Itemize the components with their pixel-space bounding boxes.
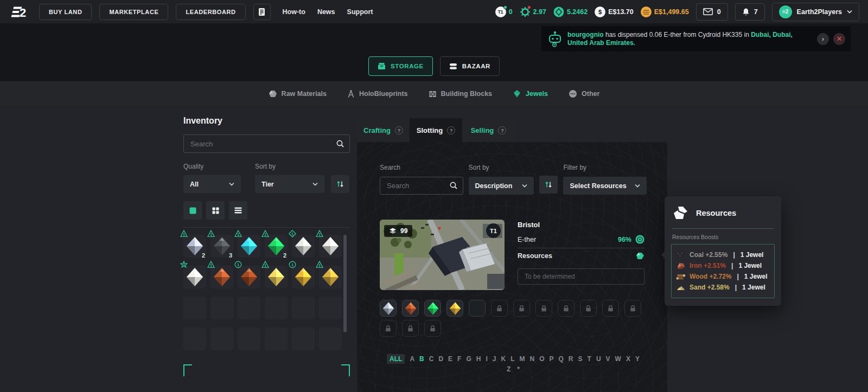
alphabet-filter-o[interactable]: O [539, 355, 544, 363]
inventory-jewel-cell[interactable]: 1 [319, 235, 342, 258]
resources-gem-icon[interactable] [636, 252, 644, 260]
tab-crafting[interactable]: Crafting? [357, 118, 410, 142]
tab-slotting[interactable]: Slotting? [410, 118, 462, 142]
bazaar-tab[interactable]: BAZAAR [440, 56, 500, 76]
alphabet-filter-g[interactable]: G [466, 355, 471, 363]
messages-button[interactable]: 0 [696, 3, 728, 21]
changelog-button[interactable] [253, 4, 271, 20]
category-tab-other[interactable]: Other [569, 89, 599, 98]
inventory-jewel-cell[interactable]: 1 [238, 266, 260, 288]
view-list-button[interactable] [229, 201, 247, 220]
workbench-panel: Crafting? Slotting? Selling? Search Sort… [357, 118, 667, 392]
inventory-jewel-cell[interactable]: 1 [265, 266, 288, 288]
inventory-jewel-cell[interactable]: 1 [292, 235, 315, 258]
view-grid-button[interactable] [206, 201, 225, 220]
alphabet-filter-r[interactable]: R [569, 355, 573, 363]
storage-tab[interactable]: STORAGE [368, 56, 433, 76]
category-tab-building-blocks[interactable]: Building Blocks [429, 90, 492, 98]
notification-next-button[interactable]: › [817, 33, 829, 45]
inventory-jewel-cell[interactable]: 1 [210, 266, 233, 288]
alphabet-filter-t[interactable]: T [588, 355, 591, 363]
alphabet-filter-x[interactable]: X [626, 355, 630, 363]
property-satellite-image[interactable]: 99 T1 [380, 220, 505, 290]
marketplace-button[interactable]: MARKETPLACE [99, 4, 168, 20]
boost-row-coal: Coal +2.55%|1 Jewel [676, 249, 770, 260]
resources-filter-dropdown[interactable]: Select Resources [563, 177, 647, 195]
boost-row-iron: Iron +2.51%|1 Jewel [676, 260, 770, 271]
gold-balance[interactable]: E$1,499.65 [641, 7, 689, 17]
alphabet-filter-l[interactable]: L [510, 355, 514, 363]
leaderboard-button[interactable]: LEADERBOARD [176, 4, 245, 20]
alphabet-filter-b[interactable]: B [419, 355, 424, 363]
inventory-jewel-cell[interactable]: 12 [265, 235, 288, 258]
notifications-button[interactable]: 7 [735, 3, 765, 21]
notification-close-button[interactable]: ✕ [833, 33, 845, 45]
ether-balance[interactable]: 5.2462 [553, 7, 588, 17]
alphabet-filter-w[interactable]: W [615, 355, 621, 363]
alphabet-filter-z[interactable]: Z [507, 365, 510, 373]
nav-link-howto[interactable]: How-to [283, 8, 305, 16]
nav-link-support[interactable]: Support [347, 8, 373, 16]
droid-icon [548, 30, 562, 48]
description-dropdown[interactable]: Description [469, 177, 534, 195]
buy-land-button[interactable]: BUY LAND [39, 4, 92, 20]
usd-balance[interactable]: $ E$13.70 [595, 7, 634, 17]
alphabet-filter-h[interactable]: H [476, 355, 481, 363]
inventory-jewel-cell[interactable]: 1 [238, 235, 260, 258]
sortby-dropdown[interactable]: Tier [255, 175, 324, 193]
help-icon[interactable]: ? [447, 126, 455, 134]
inventory-search-input[interactable] [183, 134, 350, 153]
slotted-jewel[interactable] [380, 300, 397, 317]
gear-balance[interactable]: 2.97 [520, 7, 546, 17]
sort-direction-button[interactable] [331, 175, 349, 193]
alphabet-filter-a[interactable]: A [410, 355, 414, 363]
nav-link-news[interactable]: News [317, 8, 335, 16]
slotted-jewel[interactable] [424, 300, 441, 317]
inventory-scrollbar[interactable] [343, 235, 347, 332]
alphabet-filter-k[interactable]: K [501, 355, 506, 363]
tier-badge: T1 [486, 223, 501, 238]
category-tab-jewels[interactable]: Jewels [513, 89, 548, 98]
inventory-jewel-cell[interactable]: 13 [210, 235, 233, 258]
jewel-count: 1 Jewel [741, 251, 764, 259]
category-tab-holoblueprints[interactable]: HoloBlueprints [347, 89, 408, 98]
help-icon[interactable]: ? [498, 126, 506, 134]
inventory-jewel-cell[interactable]: 12 [183, 235, 206, 258]
view-large-button[interactable] [183, 201, 202, 220]
alphabet-filter-all[interactable]: ALL [387, 354, 405, 364]
alphabet-filter-p[interactable]: P [550, 355, 554, 363]
property-name[interactable]: Bristol [518, 221, 644, 229]
inventory-jewel-cell[interactable]: 1 [319, 266, 342, 288]
quality-dropdown[interactable]: All [183, 175, 241, 193]
alphabet-filter-q[interactable]: Q [559, 355, 564, 363]
tab-selling[interactable]: Selling? [462, 118, 515, 142]
alphabet-filter-m[interactable]: M [519, 355, 525, 363]
earth2-logo-icon[interactable]: 2 [9, 5, 28, 18]
category-tab-raw-materials[interactable]: Raw Materials [269, 90, 327, 98]
inventory-panel: Inventory Quality Sort by All Tier [183, 116, 350, 350]
slotted-jewel[interactable] [402, 300, 419, 317]
slotted-jewel[interactable] [446, 300, 463, 317]
alphabet-filter-s[interactable]: S [578, 355, 583, 363]
inventory-jewel-cell[interactable]: 1 [183, 266, 206, 288]
svg-text:1: 1 [183, 263, 185, 267]
alphabet-filter-star[interactable]: * [517, 365, 520, 373]
empty-slot[interactable] [469, 300, 486, 317]
t1-balance[interactable]: T1 0 [495, 7, 513, 17]
notification-user[interactable]: bourgognio [567, 31, 604, 38]
inventory-jewel-cell[interactable]: 1 [292, 266, 315, 288]
profile-menu[interactable]: ≡2 Earth2Players [772, 3, 859, 21]
alphabet-filter-i[interactable]: I [486, 355, 487, 363]
alphabet-filter-y[interactable]: Y [635, 355, 640, 363]
alphabet-filter-v[interactable]: V [606, 355, 610, 363]
alphabet-filter-d[interactable]: D [438, 355, 443, 363]
alphabet-filter-j[interactable]: J [493, 355, 496, 363]
alphabet-filter-f[interactable]: F [457, 355, 461, 363]
alphabet-filter-n[interactable]: N [529, 355, 534, 363]
alphabet-filter-u[interactable]: U [596, 355, 601, 363]
sort-direction-button[interactable] [539, 176, 558, 194]
alphabet-filter-c[interactable]: C [429, 355, 434, 363]
help-icon[interactable]: ? [395, 126, 403, 134]
alphabet-filter-e[interactable]: E [448, 355, 452, 363]
resources-tbd-input[interactable] [518, 268, 644, 285]
